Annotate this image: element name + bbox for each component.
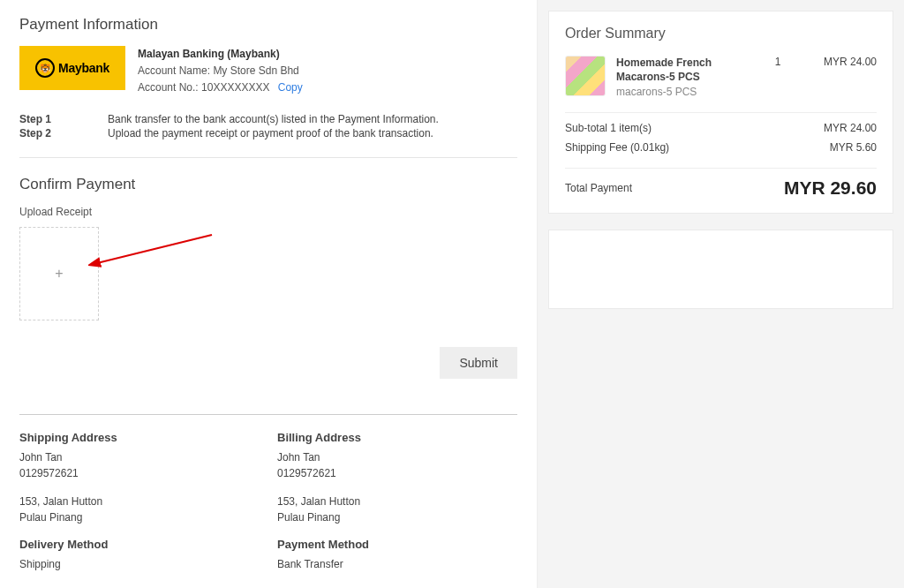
account-no-value: 10XXXXXXXX	[201, 81, 269, 94]
shipping-fee-value: MYR 5.60	[830, 141, 877, 154]
delivery-method-value: Shipping	[19, 556, 260, 572]
divider	[565, 168, 877, 169]
account-name-label: Account Name:	[138, 64, 213, 77]
shipping-line1: 153, Jalan Hutton	[19, 494, 260, 509]
order-summary-title: Order Summary	[565, 26, 877, 41]
bank-logo-text: Maybank	[58, 61, 109, 75]
step2-text: Upload the payment receipt or payment pr…	[108, 127, 517, 139]
plus-icon: +	[55, 266, 63, 282]
total-payment-value: MYR 29.60	[784, 177, 877, 199]
payment-info-title: Payment Information	[19, 16, 517, 34]
bank-logo: 🐯 Maybank	[19, 46, 125, 90]
total-payment-row: Total Payment MYR 29.60	[565, 177, 877, 199]
product-thumbnail	[565, 56, 606, 96]
product-price: MYR 24.00	[806, 56, 877, 98]
order-summary-card: Order Summary Homemade French Macarons-5…	[548, 11, 893, 214]
step2-label: Step 2	[19, 127, 108, 139]
account-no-label: Account No.:	[138, 81, 201, 94]
shipping-phone: 0129572621	[19, 465, 260, 481]
payment-method-heading: Payment Method	[277, 538, 517, 551]
copy-account-link[interactable]: Copy	[278, 81, 303, 94]
submit-button[interactable]: Submit	[440, 347, 517, 379]
divider	[19, 414, 517, 415]
tiger-icon: 🐯	[35, 58, 55, 78]
shipping-line2: Pulau Pinang	[19, 509, 260, 525]
upload-receipt-label: Upload Receipt	[19, 206, 517, 218]
subtotal-row: Sub-total 1 item(s) MYR 24.00	[565, 122, 877, 134]
billing-address-block: Billing Address John Tan 0129572621 153,…	[277, 431, 517, 572]
bank-info-row: 🐯 Maybank Malayan Banking (Maybank) Acco…	[19, 46, 517, 97]
billing-phone: 0129572621	[277, 465, 517, 481]
step1-text: Bank transfer to the bank account(s) lis…	[108, 113, 517, 125]
payment-method-value: Bank Transfer	[277, 556, 517, 572]
order-item-row: Homemade French Macarons-5 PCS macarons-…	[565, 56, 877, 98]
billing-line1: 153, Jalan Hutton	[277, 494, 517, 509]
account-name-value: My Store Sdn Bhd	[213, 64, 298, 77]
transfer-steps: Step 1 Bank transfer to the bank account…	[19, 113, 517, 139]
billing-address-heading: Billing Address	[277, 431, 517, 444]
svg-line-0	[97, 235, 212, 263]
upload-receipt-dropzone[interactable]: +	[19, 227, 99, 320]
product-name: Homemade French Macarons-5 PCS	[616, 56, 750, 84]
empty-card	[548, 230, 893, 309]
subtotal-value: MYR 24.00	[824, 122, 877, 134]
subtotal-label: Sub-total 1 item(s)	[565, 122, 652, 134]
delivery-method-heading: Delivery Method	[19, 538, 260, 551]
product-sku: macarons-5 PCS	[616, 86, 750, 98]
shipping-name: John Tan	[19, 449, 260, 465]
divider	[565, 112, 877, 113]
total-payment-label: Total Payment	[565, 182, 632, 194]
billing-line2: Pulau Pinang	[277, 509, 517, 525]
product-qty: 1	[760, 56, 795, 98]
shipping-fee-row: Shipping Fee (0.01kg) MYR 5.60	[565, 141, 877, 154]
divider	[19, 157, 517, 158]
step1-label: Step 1	[19, 113, 108, 125]
shipping-address-block: Shipping Address John Tan 0129572621 153…	[19, 431, 260, 572]
shipping-address-heading: Shipping Address	[19, 431, 260, 444]
bank-name: Malayan Banking (Maybank)	[138, 46, 303, 63]
annotation-arrow-icon	[88, 228, 230, 281]
billing-name: John Tan	[277, 449, 517, 465]
shipping-fee-label: Shipping Fee (0.01kg)	[565, 141, 669, 154]
confirm-payment-title: Confirm Payment	[19, 176, 517, 193]
